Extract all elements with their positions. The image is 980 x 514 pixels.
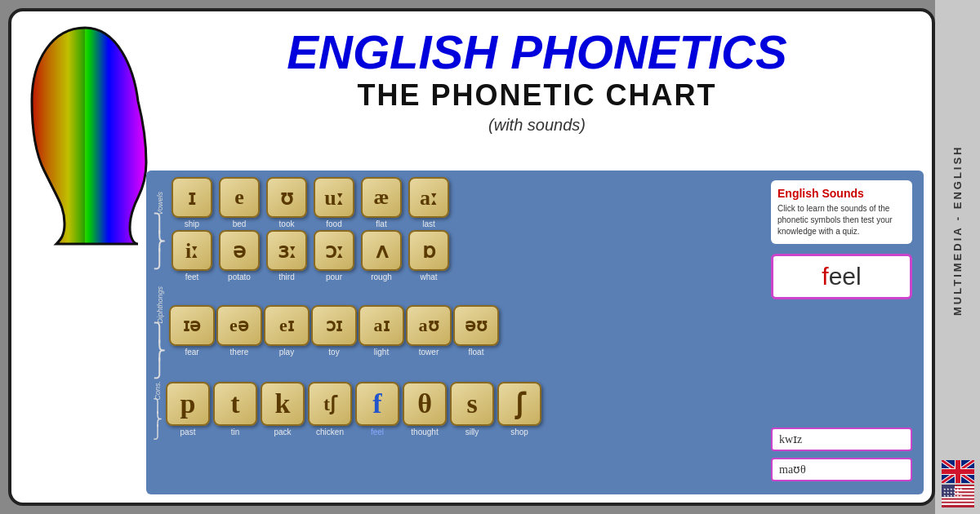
btn-float[interactable]: əʊ xyxy=(453,305,499,346)
btn-flat[interactable]: æ xyxy=(361,177,402,218)
word-silly: silly xyxy=(466,428,479,436)
word-pour: pour xyxy=(326,273,342,281)
btn-there[interactable]: eə xyxy=(216,305,262,346)
btn-toy[interactable]: ɔɪ xyxy=(311,305,357,346)
vowels-row1: ɪ ship e bed ʊ took uː f xyxy=(170,177,451,228)
btn-thought[interactable]: θ xyxy=(403,382,447,426)
word-last: last xyxy=(422,219,435,228)
word-pack: pack xyxy=(274,428,291,436)
quiz-boxes: kwɪz maʊθ xyxy=(771,428,912,485)
main-title: ENGLISH PHONETICS xyxy=(158,26,915,78)
btn-feet[interactable]: iː xyxy=(172,230,212,271)
btn-third[interactable]: ɜː xyxy=(266,230,307,271)
btn-tin[interactable]: t xyxy=(213,382,257,426)
btn-rough[interactable]: ʌ xyxy=(361,230,402,271)
phonetic-cell-tower: aʊ tower xyxy=(407,305,451,357)
word-there: there xyxy=(230,348,249,357)
diphthongs-grid: ɪə fear eə there eɪ play ɔɪ xyxy=(170,305,498,358)
sounds-desc: Click to learn the sounds of the phoneti… xyxy=(777,203,906,237)
phonetic-cell-light: aɪ light xyxy=(359,305,403,357)
vowels-row2: iː feet ə potato ɜː third ɔː xyxy=(170,230,451,281)
word-thought: thought xyxy=(411,428,438,436)
diphthongs-label: Diphthongs xyxy=(156,286,164,324)
sounds-panel: English Sounds Click to learn the sounds… xyxy=(771,180,912,244)
word-chicken: chicken xyxy=(316,428,344,436)
phonetic-cell-float: əʊ float xyxy=(454,305,498,357)
word-took: took xyxy=(279,219,295,228)
word-toy: toy xyxy=(328,348,339,357)
vowels-label: Vowels xyxy=(156,192,164,215)
phonetic-cell-tin: t tin xyxy=(213,382,257,436)
btn-shop[interactable]: ʃ xyxy=(497,382,541,426)
phonetic-cell-silly: s silly xyxy=(450,382,494,436)
phonetic-cell-pour: ɔː pour xyxy=(312,230,356,281)
consonants-grid: p past t tin k pack tʃ c xyxy=(166,382,541,438)
sidebar: MULTIMEDIA - ENGLISH ★★★★★★ ★★★★★ ★★★★★★ xyxy=(935,0,980,514)
phonetic-cell-third: ɜː third xyxy=(265,230,309,281)
btn-what[interactable]: ɒ xyxy=(408,230,449,271)
diphthongs-section: Diphthongs ⎫⎬⎭ ɪə fear eə there xyxy=(153,286,766,378)
feel-box[interactable]: feel xyxy=(771,254,912,299)
chart-right: English Sounds Click to learn the sounds… xyxy=(766,177,917,488)
btn-silly[interactable]: s xyxy=(450,382,494,426)
phonetic-cell-play: eɪ play xyxy=(265,305,309,357)
word-potato: potato xyxy=(228,273,251,281)
quiz-box-2[interactable]: maʊθ xyxy=(771,458,912,481)
btn-pour[interactable]: ɔː xyxy=(314,230,354,271)
phonetic-cell-toy: ɔɪ toy xyxy=(312,305,356,357)
word-feet: feet xyxy=(185,273,199,281)
btn-light[interactable]: aɪ xyxy=(359,305,404,346)
btn-ship[interactable]: ɪ xyxy=(172,177,212,218)
btn-pack[interactable]: k xyxy=(261,382,305,426)
word-what: what xyxy=(420,273,437,281)
svg-rect-15 xyxy=(942,500,974,502)
us-flag-icon: ★★★★★★ ★★★★★ ★★★★★★ xyxy=(942,485,974,507)
sidebar-text: MULTIMEDIA - ENGLISH xyxy=(951,7,964,454)
phonetic-cell-feel: f feel xyxy=(355,382,399,436)
vowels-section: Vowels ⎫⎬⎭ ɪ ship e bed xyxy=(153,177,766,283)
main-card: ENGLISH PHONETICS THE PHONETIC CHART (wi… xyxy=(8,8,935,506)
btn-tower[interactable]: aʊ xyxy=(406,305,452,346)
quiz-box-1[interactable]: kwɪz xyxy=(771,428,912,451)
consonants-row1: p past t tin k pack tʃ c xyxy=(166,382,541,436)
phonetic-cell-potato: ə potato xyxy=(217,230,261,281)
btn-last[interactable]: aː xyxy=(408,177,449,218)
word-light: light xyxy=(374,348,389,357)
phonetic-cell-fear: ɪə fear xyxy=(170,305,214,357)
phonetic-cell-flat: æ flat xyxy=(359,177,403,228)
btn-play[interactable]: eɪ xyxy=(264,305,310,346)
chart-left: Vowels ⎫⎬⎭ ɪ ship e bed xyxy=(153,177,766,488)
feel-f: f xyxy=(822,263,828,290)
btn-took[interactable]: ʊ xyxy=(266,177,307,218)
consonants-label: Cons. xyxy=(154,381,162,401)
phonetic-cell-food: uː food xyxy=(312,177,356,228)
phonetic-cell-last: aː last xyxy=(407,177,451,228)
sounds-title: English Sounds xyxy=(777,187,906,200)
word-tin: tin xyxy=(231,428,240,436)
phonetic-cell-pack: k pack xyxy=(261,382,305,436)
btn-fear[interactable]: ɪə xyxy=(169,305,215,346)
btn-potato[interactable]: ə xyxy=(219,230,260,271)
phonetic-cell-feet: iː feet xyxy=(170,230,214,281)
phonetic-cell-past: p past xyxy=(166,382,210,436)
word-ship: ship xyxy=(185,219,199,228)
word-rough: rough xyxy=(371,273,392,281)
word-fear: fear xyxy=(185,348,198,357)
btn-bed[interactable]: e xyxy=(219,177,260,218)
btn-food[interactable]: uː xyxy=(314,177,354,218)
word-flat: flat xyxy=(376,219,386,228)
btn-past[interactable]: p xyxy=(166,382,210,426)
btn-chicken[interactable]: tʃ xyxy=(308,382,352,426)
feel-rest: eel xyxy=(829,263,862,290)
phonetic-cell-rough: ʌ rough xyxy=(359,230,403,281)
btn-feel[interactable]: f xyxy=(355,382,399,426)
phonetic-cell-thought: θ thought xyxy=(403,382,447,436)
word-food: food xyxy=(326,219,341,228)
subtitle: THE PHONETIC CHART xyxy=(158,78,915,113)
word-bed: bed xyxy=(233,219,247,228)
svg-rect-9 xyxy=(942,469,974,474)
vowels-grid: ɪ ship e bed ʊ took uː f xyxy=(170,177,451,283)
word-float: float xyxy=(469,348,484,357)
phonetic-cell-there: eə there xyxy=(217,305,261,357)
svg-text:★★★★★★: ★★★★★★ xyxy=(943,494,963,498)
